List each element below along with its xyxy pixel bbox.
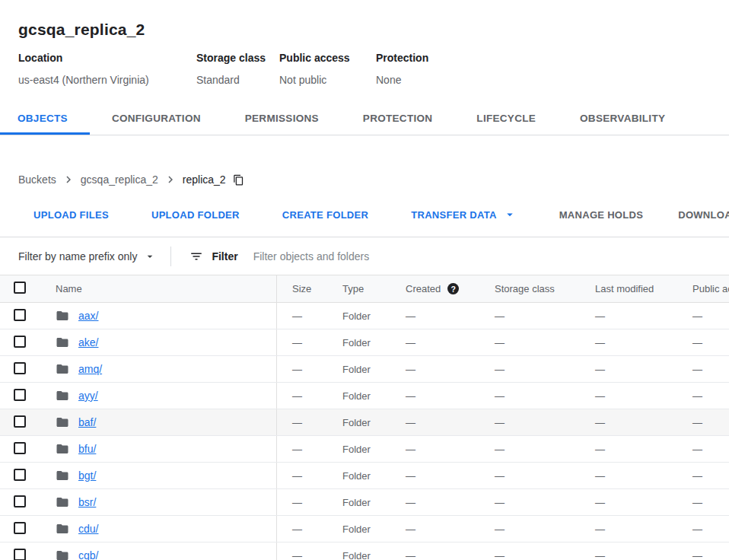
row-type: Folder [333,444,396,455]
row-size: — [277,444,333,455]
row-checkbox[interactable] [14,362,26,374]
row-storage-class: — [485,523,585,535]
create-folder-button[interactable]: CREATE FOLDER [282,209,368,221]
folder-link[interactable]: baf/ [78,416,96,428]
upload-folder-button[interactable]: UPLOAD FOLDER [151,209,240,221]
row-created: — [396,444,485,455]
meta-storage-class-value: Standard [196,74,279,87]
folder-link[interactable]: cgb/ [78,549,98,560]
row-checkbox[interactable] [14,549,26,560]
row-public-access: — [681,390,729,402]
row-name-cell: ake/ [41,329,277,355]
row-type: Folder [333,523,396,535]
copy-icon[interactable] [233,174,244,186]
upload-files-button[interactable]: UPLOAD FILES [33,209,109,221]
row-type: Folder [333,417,396,428]
row-name-cell: cgb/ [41,542,277,560]
row-name-cell: bsr/ [41,489,277,515]
row-storage-class: — [485,550,585,560]
download-button[interactable]: DOWNLOAD [678,209,729,221]
folder-icon [56,495,69,509]
help-icon[interactable]: ? [447,283,459,294]
column-header-size[interactable]: Size [277,283,333,294]
transfer-data-button[interactable]: TRANSFER DATA [411,208,516,221]
manage-holds-button[interactable]: MANAGE HOLDS [559,209,644,221]
table-row[interactable]: cdu/ — Folder — — — — [0,516,729,542]
transfer-data-label: TRANSFER DATA [411,209,496,221]
tab-configuration[interactable]: CONFIGURATION [90,113,223,135]
column-header-name[interactable]: Name [41,275,277,302]
table-row[interactable]: baf/ — Folder — — — — [0,409,729,436]
folder-icon [56,309,69,323]
row-last-modified: — [585,444,681,455]
tab-protection[interactable]: PROTECTION [341,113,455,135]
table-row[interactable]: aax/ — Folder — — — — [0,303,729,329]
breadcrumb-bucket-name[interactable]: gcsqa_replica_2 [81,173,158,186]
filter-list-icon [189,250,203,263]
row-checkbox-cell [0,336,41,350]
column-header-storage-class[interactable]: Storage class [485,283,585,294]
tab-permissions[interactable]: PERMISSIONS [223,113,341,135]
folder-link[interactable]: ayy/ [78,390,98,402]
row-name-cell: bfu/ [41,436,277,462]
row-last-modified: — [585,310,681,322]
row-checkbox[interactable] [14,389,26,401]
select-all-checkbox[interactable] [14,282,26,294]
table-row[interactable]: bfu/ — Folder — — — — [0,436,729,463]
column-header-created[interactable]: Created ? [396,283,485,294]
row-checkbox[interactable] [14,336,26,348]
row-checkbox[interactable] [14,522,26,534]
folder-link[interactable]: bfu/ [78,443,96,455]
dropdown-arrow-icon [144,250,156,262]
tab-observability[interactable]: OBSERVABILITY [558,113,687,135]
filter-scope-dropdown[interactable]: Filter by name prefix only [18,250,156,262]
row-checkbox-cell [0,389,41,403]
folder-link[interactable]: cdu/ [78,523,98,535]
row-name-cell: aax/ [41,303,277,329]
row-checkbox-cell [0,469,41,483]
row-public-access: — [681,337,729,348]
table-row[interactable]: amq/ — Folder — — — — [0,356,729,383]
breadcrumb-buckets[interactable]: Buckets [18,173,56,186]
row-checkbox[interactable] [14,469,26,481]
object-actions-bar: UPLOAD FILES UPLOAD FOLDER CREATE FOLDER… [0,208,729,221]
row-size: — [277,497,333,508]
vertical-divider [170,247,171,266]
filter-objects-input[interactable] [253,245,729,268]
folder-icon [56,442,69,456]
table-row[interactable]: cgb/ — Folder — — — — [0,542,729,560]
folder-link[interactable]: bsr/ [78,496,96,508]
folder-icon [56,415,69,429]
row-created: — [396,337,485,348]
row-checkbox[interactable] [14,495,26,508]
row-type: Folder [333,470,396,482]
filter-scope-label: Filter by name prefix only [18,250,137,262]
column-header-last-modified[interactable]: Last modified [585,283,681,294]
bucket-meta-row: Location us-east4 (Northern Virginia) St… [18,52,711,87]
row-name-cell: bgt/ [41,463,277,488]
column-header-type[interactable]: Type [333,283,396,294]
folder-link[interactable]: bgt/ [78,469,96,482]
row-checkbox[interactable] [14,415,26,428]
folder-link[interactable]: amq/ [78,363,102,375]
page-title: gcsqa_replica_2 [18,20,711,40]
table-row[interactable]: ake/ — Folder — — — — [0,329,729,356]
table-row[interactable]: ayy/ — Folder — — — — [0,383,729,409]
row-checkbox[interactable] [14,442,26,454]
row-public-access: — [681,497,729,508]
column-header-public-access[interactable]: Public access [681,283,729,294]
row-name-cell: amq/ [41,356,277,382]
table-row[interactable]: bgt/ — Folder — — — — [0,463,729,489]
row-storage-class: — [485,390,585,402]
row-checkbox-cell [0,522,41,536]
meta-storage-class-label: Storage class [196,52,279,64]
tab-lifecycle[interactable]: LIFECYCLE [454,113,558,135]
table-row[interactable]: bsr/ — Folder — — — — [0,489,729,516]
folder-icon [56,522,69,536]
row-checkbox[interactable] [14,309,26,321]
folder-link[interactable]: ake/ [78,336,98,348]
row-size: — [277,364,333,375]
row-public-access: — [681,364,729,375]
tab-objects[interactable]: OBJECTS [0,113,90,135]
folder-link[interactable]: aax/ [78,310,98,322]
